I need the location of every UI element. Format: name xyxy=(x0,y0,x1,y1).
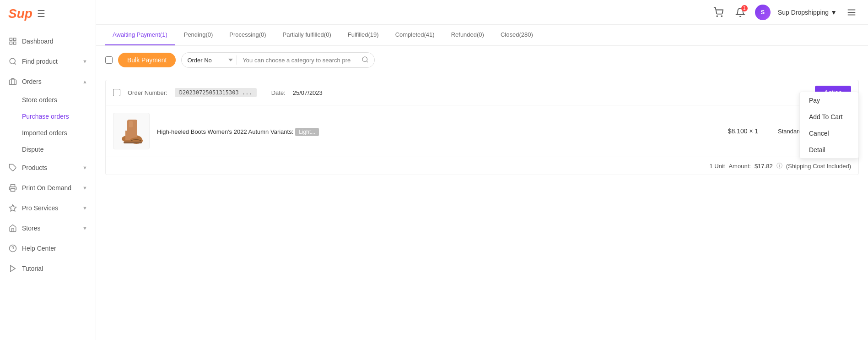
bulk-payment-button[interactable]: Bulk Payment xyxy=(118,53,176,67)
sidebar-item-tutorial[interactable]: Tutorial xyxy=(0,258,96,279)
logo: Sup xyxy=(8,6,32,21)
sidebar-item-find-product-label: Find product xyxy=(22,58,78,65)
user-chevron-icon: ▼ xyxy=(830,9,837,16)
svg-marker-7 xyxy=(10,205,16,211)
chevron-down-icon: ▼ xyxy=(82,59,87,64)
notification-bell-icon[interactable]: 1 xyxy=(733,5,748,20)
tab-partially-fulfilled[interactable]: Partially fulfilled(0) xyxy=(275,25,339,45)
notification-badge: 1 xyxy=(741,5,748,11)
cart-icon[interactable] xyxy=(711,5,726,20)
tab-closed[interactable]: Closed(280) xyxy=(493,25,540,45)
header-icons: 1 S Sup Dropshipping ▼ xyxy=(711,5,859,20)
dropdown-item-add-to-cart[interactable]: Add To Cart xyxy=(800,109,858,125)
product-info: High-heeled Boots Women's 2022 Autumn Va… xyxy=(157,126,708,136)
tab-processing[interactable]: Processing(0) xyxy=(222,25,273,45)
svg-rect-2 xyxy=(14,42,16,44)
user-name[interactable]: Sup Dropshipping ▼ xyxy=(778,9,837,16)
sidebar-item-purchase-orders[interactable]: Purchase orders xyxy=(0,108,96,125)
tab-pending[interactable]: Pending(0) xyxy=(177,25,221,45)
svg-marker-10 xyxy=(11,265,16,272)
chevron-down-icon-products: ▼ xyxy=(82,165,87,170)
order-footer: 1 Unit Amount: $17.82 ⓘ (Shipping Cost I… xyxy=(106,157,858,175)
stores-icon xyxy=(8,224,17,233)
svg-rect-3 xyxy=(10,42,12,44)
dropdown-item-pay[interactable]: Pay xyxy=(800,92,858,109)
chevron-down-icon-print: ▼ xyxy=(82,185,87,191)
search-bar: Order No Product Name SKU xyxy=(181,52,375,68)
svg-point-12 xyxy=(721,16,722,16)
tutorial-icon xyxy=(8,264,17,273)
dropdown-item-cancel[interactable]: Cancel xyxy=(800,125,858,142)
menu-icon[interactable] xyxy=(844,5,859,20)
sidebar-item-store-orders[interactable]: Store orders xyxy=(0,92,96,108)
sidebar-item-print-label: Print On Demand xyxy=(22,184,78,192)
order-date-value: 25/07/2023 xyxy=(293,89,323,96)
svg-rect-21 xyxy=(124,142,142,143)
sidebar-item-pro-services-label: Pro Services xyxy=(22,204,78,212)
svg-rect-22 xyxy=(129,121,133,127)
sidebar-item-find-product[interactable]: Find product ▼ xyxy=(0,51,96,71)
chevron-down-icon-stores: ▼ xyxy=(82,225,87,231)
sidebar-item-stores[interactable]: Stores ▼ xyxy=(0,218,96,238)
sidebar-item-help-label: Help Center xyxy=(22,245,87,252)
print-icon xyxy=(8,183,17,192)
order-item-row: High-heeled Boots Women's 2022 Autumn Va… xyxy=(106,105,858,157)
sidebar-item-stores-label: Stores xyxy=(22,225,78,232)
sidebar-item-products[interactable]: Products ▼ xyxy=(0,158,96,178)
order-card: Order Number: D20230725051315303 ... Dat… xyxy=(105,80,859,175)
hamburger-icon[interactable]: ☰ xyxy=(37,8,45,19)
search-category-select[interactable]: Order No Product Name SKU xyxy=(182,57,237,64)
order-number-label: Order Number: xyxy=(128,89,167,96)
search-input[interactable] xyxy=(237,57,356,64)
product-price: $8.100 × 1 xyxy=(716,127,771,135)
unit-count: 1 Unit xyxy=(709,163,725,170)
svg-point-11 xyxy=(717,16,717,16)
orders-toolbar: Bulk Payment Order No Product Name SKU xyxy=(96,46,868,74)
sidebar-item-imported-orders[interactable]: Imported orders xyxy=(0,125,96,141)
tab-refunded[interactable]: Refunded(0) xyxy=(444,25,491,45)
dashboard-icon xyxy=(8,37,17,46)
sidebar-item-dispute[interactable]: Dispute xyxy=(0,141,96,158)
sidebar-item-print-on-demand[interactable]: Print On Demand ▼ xyxy=(0,178,96,198)
select-all-checkbox[interactable] xyxy=(105,56,113,64)
avatar[interactable]: S xyxy=(755,5,771,20)
sidebar-item-dashboard[interactable]: Dashboard xyxy=(0,31,96,51)
sidebar-item-dashboard-label: Dashboard xyxy=(22,38,87,45)
help-center-icon xyxy=(8,244,17,253)
order-date-label: Date: xyxy=(271,89,286,96)
order-checkbox[interactable] xyxy=(113,89,120,96)
sidebar: Sup ☰ Dashboard Find product ▼ xyxy=(0,0,96,340)
top-header: 1 S Sup Dropshipping ▼ xyxy=(96,0,868,25)
order-header: Order Number: D20230725051315303 ... Dat… xyxy=(106,80,858,105)
find-product-icon xyxy=(8,57,17,66)
sidebar-item-orders[interactable]: Orders ▲ xyxy=(0,71,96,92)
amount-value: $17.82 xyxy=(755,163,773,170)
tab-completed[interactable]: Completed(41) xyxy=(388,25,442,45)
svg-point-16 xyxy=(362,57,367,62)
action-dropdown-menu: Pay Add To Cart Cancel Detail xyxy=(799,92,859,159)
tab-fulfilled[interactable]: Fulfilled(19) xyxy=(340,25,386,45)
sidebar-header: Sup ☰ xyxy=(0,0,96,27)
search-button[interactable] xyxy=(356,56,374,65)
order-number-badge: D20230725051315303 ... xyxy=(175,88,257,97)
chevron-down-icon-pro: ▼ xyxy=(82,205,87,211)
product-image xyxy=(113,113,150,149)
sidebar-item-products-label: Products xyxy=(22,164,78,171)
orders-icon xyxy=(8,77,17,86)
dropdown-item-detail[interactable]: Detail xyxy=(800,142,858,158)
sidebar-nav: Dashboard Find product ▼ Orders ▲ St xyxy=(0,27,96,340)
svg-rect-0 xyxy=(10,38,12,40)
sidebar-item-pro-services[interactable]: Pro Services ▼ xyxy=(0,198,96,218)
boot-svg xyxy=(117,116,146,146)
products-icon xyxy=(8,163,17,172)
amount-label: Amount: xyxy=(728,163,750,170)
tab-awaiting-payment[interactable]: Awaiting Payment(1) xyxy=(105,25,175,45)
order-tabs: Awaiting Payment(1) Pending(0) Processin… xyxy=(96,25,868,46)
content-area: Awaiting Payment(1) Pending(0) Processin… xyxy=(96,25,868,340)
svg-point-4 xyxy=(10,58,15,64)
app-container: Sup ☰ Dashboard Find product ▼ xyxy=(0,0,868,340)
sidebar-item-help-center[interactable]: Help Center xyxy=(0,238,96,258)
sidebar-item-tutorial-label: Tutorial xyxy=(22,265,87,272)
svg-rect-1 xyxy=(14,38,16,40)
info-icon[interactable]: ⓘ xyxy=(776,162,782,170)
